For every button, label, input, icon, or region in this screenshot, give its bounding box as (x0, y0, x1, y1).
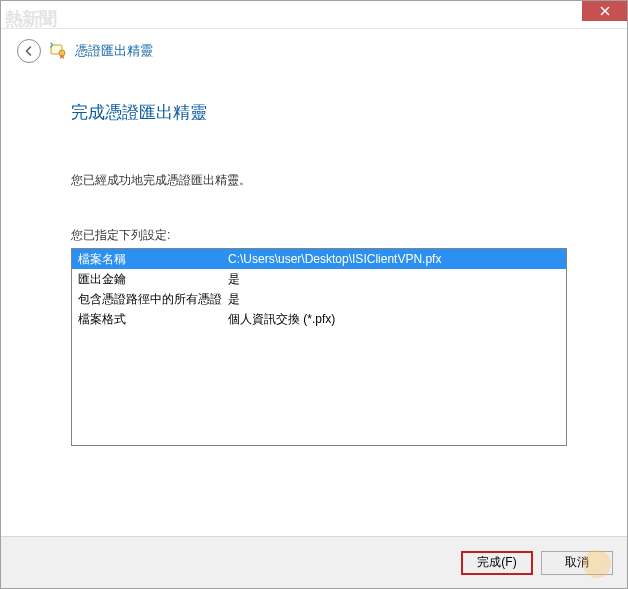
close-button[interactable] (582, 1, 627, 21)
back-arrow-icon (23, 45, 35, 57)
settings-row[interactable]: 檔案格式個人資訊交換 (*.pfx) (72, 309, 566, 329)
settings-key: 包含憑證路徑中的所有憑證 (78, 289, 228, 309)
settings-row[interactable]: 檔案名稱C:\Users\user\Desktop\ISIClientVPN.p… (72, 249, 566, 269)
settings-value: 個人資訊交換 (*.pfx) (228, 309, 560, 329)
finish-button[interactable]: 完成(F) (461, 551, 533, 575)
settings-key: 匯出金鑰 (78, 269, 228, 289)
settings-value: C:\Users\user\Desktop\ISIClientVPN.pfx (228, 249, 560, 269)
back-button[interactable] (17, 39, 41, 63)
settings-key: 檔案名稱 (78, 249, 228, 269)
settings-listbox[interactable]: 檔案名稱C:\Users\user\Desktop\ISIClientVPN.p… (71, 248, 567, 446)
settings-row[interactable]: 包含憑證路徑中的所有憑證是 (72, 289, 566, 309)
cancel-button[interactable]: 取消 (541, 551, 613, 575)
success-message: 您已經成功地完成憑證匯出精靈。 (71, 172, 567, 189)
settings-value: 是 (228, 289, 560, 309)
close-icon (600, 6, 610, 16)
certificate-icon (49, 42, 67, 60)
settings-value: 是 (228, 269, 560, 289)
wizard-window: 憑證匯出精靈 完成憑證匯出精靈 您已經成功地完成憑證匯出精靈。 您已指定下列設定… (0, 0, 628, 589)
settings-intro-label: 您已指定下列設定: (71, 227, 567, 244)
wizard-header: 憑證匯出精靈 (1, 29, 627, 71)
settings-row[interactable]: 匯出金鑰是 (72, 269, 566, 289)
wizard-content: 完成憑證匯出精靈 您已經成功地完成憑證匯出精靈。 您已指定下列設定: 檔案名稱C… (1, 71, 627, 456)
svg-point-3 (59, 50, 65, 56)
settings-key: 檔案格式 (78, 309, 228, 329)
title-bar (1, 1, 627, 29)
wizard-title: 憑證匯出精靈 (75, 42, 153, 60)
wizard-footer: 完成(F) 取消 (1, 536, 627, 588)
page-heading: 完成憑證匯出精靈 (71, 101, 567, 124)
